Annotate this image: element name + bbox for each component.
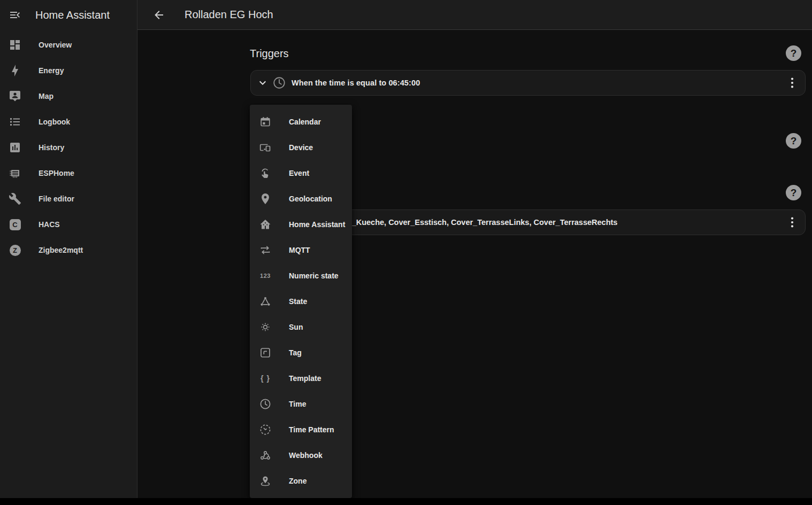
menu-item-label: Calendar [289,118,321,126]
trigger-menu-button[interactable] [785,75,800,90]
sidebar-item-label: File editor [39,195,74,203]
map-marker-icon [259,192,272,205]
trigger-card[interactable]: When the time is equal to 06:45:00 [250,70,806,96]
menu-item-home-assistant[interactable]: Home Assistant [250,212,352,237]
sun-icon [259,321,272,333]
chevron-down-icon [256,76,269,89]
devices-icon [259,141,272,154]
sidebar-item-label: HACS [39,220,60,229]
top-bar: Rolladen EG Hoch [137,0,812,30]
trigger-summary: When the time is equal to 06:45:00 [292,79,420,87]
swap-arrows-icon [259,244,272,257]
sidebar-item-label: Zigbee2mqtt [39,246,83,254]
trigger-expand-button[interactable] [256,76,269,89]
app-title: Home Assistant [35,9,110,21]
clock-icon [259,398,272,410]
page-title: Rolladen EG Hoch [185,9,273,21]
menu-item-label: Tag [289,348,302,357]
menu-item-label: Home Assistant [289,220,345,229]
menu-item-calendar[interactable]: Calendar [250,109,352,135]
help-icon: ? [791,187,797,199]
kebab-icon [785,75,800,90]
lightning-icon [9,64,21,77]
menu-item-geolocation[interactable]: Geolocation [250,186,352,212]
menu-item-event[interactable]: Event [250,160,352,186]
timer-icon [259,423,272,436]
sidebar-item-zigbee2mqtt[interactable]: Z Zigbee2mqtt [0,237,137,263]
help-icon: ? [791,48,797,59]
help-icon: ? [791,135,797,147]
home-assistant-app: Home Assistant Overview Energy Map Logbo… [0,0,812,505]
sidebar-item-overview[interactable]: Overview [0,32,137,58]
menu-item-label: Time Pattern [289,425,334,434]
clock-icon [272,76,286,90]
sidebar-item-label: History [39,143,64,152]
sidebar-item-energy[interactable]: Energy [0,58,137,83]
menu-item-label: Event [289,169,309,177]
wrench-icon [9,192,21,205]
menu-open-icon [9,9,21,21]
numeric-123-icon: 123 [259,269,272,282]
sidebar-item-label: Logbook [39,118,70,126]
sidebar-item-label: Map [39,92,53,100]
menu-item-label: Device [289,143,313,152]
zigbee-icon: Z [9,244,21,257]
menu-item-label: Numeric state [289,271,339,280]
menu-item-sun[interactable]: Sun [250,314,352,340]
sidebar-nav: Overview Energy Map Logbook History ESPH… [0,30,137,263]
nfc-tag-icon [259,346,272,359]
menu-item-numeric-state[interactable]: 123 Numeric state [250,263,352,289]
kebab-icon [785,215,800,230]
automation-editor: Triggers ? ? ? When the time is equal to… [137,30,812,498]
triggers-help-button[interactable]: ? [786,45,801,61]
menu-item-label: Webhook [289,451,323,460]
home-assistant-icon [259,218,272,231]
sidebar-item-hacs[interactable]: C HACS [0,212,137,237]
menu-item-webhook[interactable]: Webhook [250,442,352,468]
sidebar-item-logbook[interactable]: Logbook [0,109,137,135]
gesture-tap-icon [259,167,272,180]
map-account-icon [9,90,21,103]
menu-item-time-pattern[interactable]: Time Pattern [250,417,352,442]
actions-help-button[interactable]: ? [786,185,801,200]
sidebar: Home Assistant Overview Energy Map Logbo… [0,0,137,498]
menu-item-label: State [289,297,307,306]
sidebar-item-label: Overview [39,41,72,49]
conditions-help-button[interactable]: ? [786,133,801,149]
hacs-icon: C [9,218,21,231]
menu-item-device[interactable]: Device [250,135,352,160]
action-summary: r_Kueche, Cover_Esstisch, Cover_Terrasse… [349,218,617,227]
list-icon [9,115,21,128]
braces-icon: { } [259,372,272,385]
sidebar-toggle-button[interactable] [2,2,28,28]
arrow-left-icon [152,9,165,21]
sidebar-item-esphome[interactable]: ESPHome [0,160,137,186]
menu-item-label: Zone [289,477,307,485]
menu-item-label: Geolocation [289,195,332,203]
menu-item-label: Sun [289,323,303,331]
sidebar-item-file-editor[interactable]: File editor [0,186,137,212]
sidebar-item-history[interactable]: History [0,135,137,160]
menu-item-label: MQTT [289,246,310,254]
sidebar-header: Home Assistant [0,0,137,30]
menu-item-state[interactable]: State [250,289,352,314]
bottom-strip [0,498,812,505]
triggers-heading: Triggers [250,47,289,60]
zone-marker-icon [259,475,272,487]
trigger-type-menu: Calendar Device Event Geolocation Home A… [250,105,352,498]
webhook-icon [259,449,272,462]
chart-box-icon [9,141,21,154]
sidebar-item-map[interactable]: Map [0,83,137,109]
action-menu-button[interactable] [785,215,800,230]
menu-item-template[interactable]: { } Template [250,366,352,391]
menu-item-time[interactable]: Time [250,391,352,417]
menu-item-zone[interactable]: Zone [250,468,352,494]
sidebar-item-label: ESPHome [39,169,74,177]
menu-item-label: Time [289,400,306,408]
chip-icon [9,167,21,180]
menu-item-mqtt[interactable]: MQTT [250,237,352,263]
back-button[interactable] [146,2,172,28]
menu-item-tag[interactable]: Tag [250,340,352,366]
dashboard-icon [9,38,21,51]
calendar-icon [259,115,272,128]
